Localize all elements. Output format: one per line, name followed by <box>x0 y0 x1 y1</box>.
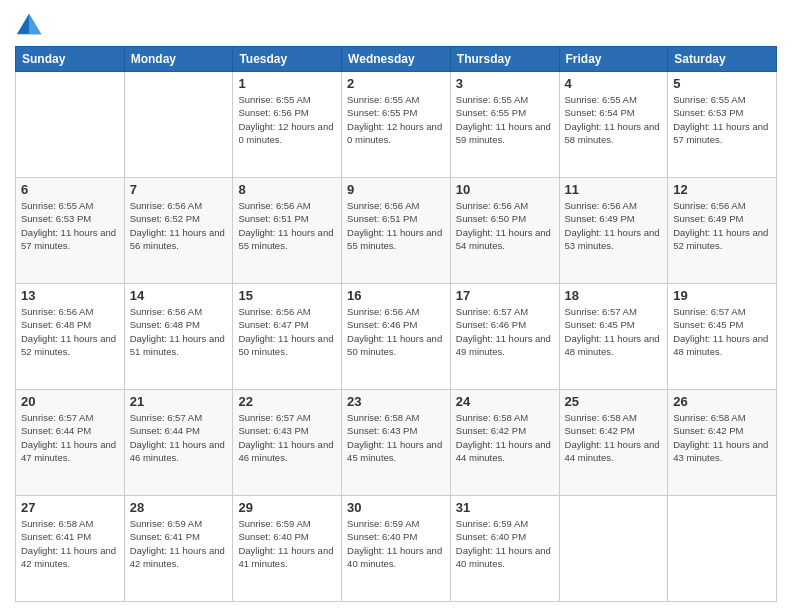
day-cell: 9Sunrise: 6:56 AMSunset: 6:51 PMDaylight… <box>342 178 451 284</box>
day-cell: 29Sunrise: 6:59 AMSunset: 6:40 PMDayligh… <box>233 496 342 602</box>
day-cell: 1Sunrise: 6:55 AMSunset: 6:56 PMDaylight… <box>233 72 342 178</box>
logo-icon <box>15 10 43 38</box>
day-number: 28 <box>130 500 228 515</box>
day-number: 26 <box>673 394 771 409</box>
day-info: Sunrise: 6:56 AMSunset: 6:52 PMDaylight:… <box>130 199 228 252</box>
day-info: Sunrise: 6:57 AMSunset: 6:46 PMDaylight:… <box>456 305 554 358</box>
day-cell: 21Sunrise: 6:57 AMSunset: 6:44 PMDayligh… <box>124 390 233 496</box>
day-number: 19 <box>673 288 771 303</box>
day-info: Sunrise: 6:55 AMSunset: 6:53 PMDaylight:… <box>21 199 119 252</box>
weekday-header-sunday: Sunday <box>16 47 125 72</box>
day-cell <box>559 496 668 602</box>
day-cell <box>668 496 777 602</box>
day-info: Sunrise: 6:58 AMSunset: 6:43 PMDaylight:… <box>347 411 445 464</box>
weekday-header-saturday: Saturday <box>668 47 777 72</box>
day-cell: 8Sunrise: 6:56 AMSunset: 6:51 PMDaylight… <box>233 178 342 284</box>
day-number: 13 <box>21 288 119 303</box>
week-row-3: 13Sunrise: 6:56 AMSunset: 6:48 PMDayligh… <box>16 284 777 390</box>
logo <box>15 10 47 38</box>
day-number: 22 <box>238 394 336 409</box>
day-info: Sunrise: 6:55 AMSunset: 6:56 PMDaylight:… <box>238 93 336 146</box>
day-info: Sunrise: 6:59 AMSunset: 6:40 PMDaylight:… <box>347 517 445 570</box>
day-info: Sunrise: 6:56 AMSunset: 6:51 PMDaylight:… <box>238 199 336 252</box>
weekday-header-tuesday: Tuesday <box>233 47 342 72</box>
day-info: Sunrise: 6:57 AMSunset: 6:45 PMDaylight:… <box>565 305 663 358</box>
week-row-5: 27Sunrise: 6:58 AMSunset: 6:41 PMDayligh… <box>16 496 777 602</box>
day-number: 9 <box>347 182 445 197</box>
day-info: Sunrise: 6:58 AMSunset: 6:42 PMDaylight:… <box>456 411 554 464</box>
day-info: Sunrise: 6:59 AMSunset: 6:41 PMDaylight:… <box>130 517 228 570</box>
day-info: Sunrise: 6:59 AMSunset: 6:40 PMDaylight:… <box>238 517 336 570</box>
day-cell: 12Sunrise: 6:56 AMSunset: 6:49 PMDayligh… <box>668 178 777 284</box>
header <box>15 10 777 38</box>
day-cell: 16Sunrise: 6:56 AMSunset: 6:46 PMDayligh… <box>342 284 451 390</box>
day-number: 27 <box>21 500 119 515</box>
day-number: 5 <box>673 76 771 91</box>
day-info: Sunrise: 6:56 AMSunset: 6:51 PMDaylight:… <box>347 199 445 252</box>
day-info: Sunrise: 6:56 AMSunset: 6:46 PMDaylight:… <box>347 305 445 358</box>
day-number: 17 <box>456 288 554 303</box>
week-row-2: 6Sunrise: 6:55 AMSunset: 6:53 PMDaylight… <box>16 178 777 284</box>
day-cell: 4Sunrise: 6:55 AMSunset: 6:54 PMDaylight… <box>559 72 668 178</box>
day-info: Sunrise: 6:56 AMSunset: 6:47 PMDaylight:… <box>238 305 336 358</box>
day-cell: 27Sunrise: 6:58 AMSunset: 6:41 PMDayligh… <box>16 496 125 602</box>
day-info: Sunrise: 6:56 AMSunset: 6:49 PMDaylight:… <box>565 199 663 252</box>
day-cell: 22Sunrise: 6:57 AMSunset: 6:43 PMDayligh… <box>233 390 342 496</box>
day-info: Sunrise: 6:56 AMSunset: 6:48 PMDaylight:… <box>21 305 119 358</box>
day-info: Sunrise: 6:58 AMSunset: 6:42 PMDaylight:… <box>565 411 663 464</box>
day-cell: 10Sunrise: 6:56 AMSunset: 6:50 PMDayligh… <box>450 178 559 284</box>
day-info: Sunrise: 6:59 AMSunset: 6:40 PMDaylight:… <box>456 517 554 570</box>
weekday-header-friday: Friday <box>559 47 668 72</box>
day-number: 1 <box>238 76 336 91</box>
day-info: Sunrise: 6:56 AMSunset: 6:50 PMDaylight:… <box>456 199 554 252</box>
day-cell: 31Sunrise: 6:59 AMSunset: 6:40 PMDayligh… <box>450 496 559 602</box>
day-number: 3 <box>456 76 554 91</box>
weekday-header-thursday: Thursday <box>450 47 559 72</box>
day-cell: 11Sunrise: 6:56 AMSunset: 6:49 PMDayligh… <box>559 178 668 284</box>
day-info: Sunrise: 6:58 AMSunset: 6:42 PMDaylight:… <box>673 411 771 464</box>
day-cell <box>124 72 233 178</box>
day-info: Sunrise: 6:55 AMSunset: 6:55 PMDaylight:… <box>456 93 554 146</box>
day-info: Sunrise: 6:58 AMSunset: 6:41 PMDaylight:… <box>21 517 119 570</box>
day-number: 4 <box>565 76 663 91</box>
day-cell: 28Sunrise: 6:59 AMSunset: 6:41 PMDayligh… <box>124 496 233 602</box>
day-info: Sunrise: 6:56 AMSunset: 6:48 PMDaylight:… <box>130 305 228 358</box>
day-info: Sunrise: 6:55 AMSunset: 6:53 PMDaylight:… <box>673 93 771 146</box>
day-number: 23 <box>347 394 445 409</box>
day-number: 25 <box>565 394 663 409</box>
day-cell: 5Sunrise: 6:55 AMSunset: 6:53 PMDaylight… <box>668 72 777 178</box>
page: SundayMondayTuesdayWednesdayThursdayFrid… <box>0 0 792 612</box>
day-cell: 18Sunrise: 6:57 AMSunset: 6:45 PMDayligh… <box>559 284 668 390</box>
day-cell: 23Sunrise: 6:58 AMSunset: 6:43 PMDayligh… <box>342 390 451 496</box>
week-row-4: 20Sunrise: 6:57 AMSunset: 6:44 PMDayligh… <box>16 390 777 496</box>
day-cell: 30Sunrise: 6:59 AMSunset: 6:40 PMDayligh… <box>342 496 451 602</box>
day-cell: 3Sunrise: 6:55 AMSunset: 6:55 PMDaylight… <box>450 72 559 178</box>
day-number: 14 <box>130 288 228 303</box>
day-info: Sunrise: 6:55 AMSunset: 6:54 PMDaylight:… <box>565 93 663 146</box>
day-cell: 15Sunrise: 6:56 AMSunset: 6:47 PMDayligh… <box>233 284 342 390</box>
day-number: 8 <box>238 182 336 197</box>
day-number: 11 <box>565 182 663 197</box>
day-cell: 24Sunrise: 6:58 AMSunset: 6:42 PMDayligh… <box>450 390 559 496</box>
day-number: 31 <box>456 500 554 515</box>
weekday-header-monday: Monday <box>124 47 233 72</box>
day-cell: 6Sunrise: 6:55 AMSunset: 6:53 PMDaylight… <box>16 178 125 284</box>
day-number: 18 <box>565 288 663 303</box>
day-number: 15 <box>238 288 336 303</box>
day-info: Sunrise: 6:56 AMSunset: 6:49 PMDaylight:… <box>673 199 771 252</box>
day-number: 16 <box>347 288 445 303</box>
day-info: Sunrise: 6:57 AMSunset: 6:45 PMDaylight:… <box>673 305 771 358</box>
day-number: 10 <box>456 182 554 197</box>
day-number: 6 <box>21 182 119 197</box>
day-cell: 17Sunrise: 6:57 AMSunset: 6:46 PMDayligh… <box>450 284 559 390</box>
day-cell: 20Sunrise: 6:57 AMSunset: 6:44 PMDayligh… <box>16 390 125 496</box>
day-number: 12 <box>673 182 771 197</box>
day-number: 30 <box>347 500 445 515</box>
weekday-header-row: SundayMondayTuesdayWednesdayThursdayFrid… <box>16 47 777 72</box>
day-number: 24 <box>456 394 554 409</box>
day-number: 21 <box>130 394 228 409</box>
day-info: Sunrise: 6:57 AMSunset: 6:44 PMDaylight:… <box>21 411 119 464</box>
week-row-1: 1Sunrise: 6:55 AMSunset: 6:56 PMDaylight… <box>16 72 777 178</box>
day-cell: 19Sunrise: 6:57 AMSunset: 6:45 PMDayligh… <box>668 284 777 390</box>
day-cell: 25Sunrise: 6:58 AMSunset: 6:42 PMDayligh… <box>559 390 668 496</box>
